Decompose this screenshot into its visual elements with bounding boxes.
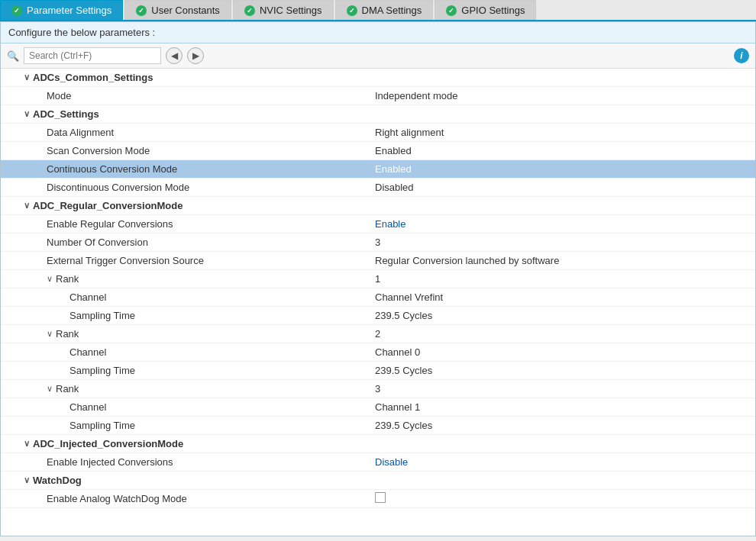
tab-check-icon-nvic [244, 5, 255, 16]
row-mode[interactable]: Mode Independent mode [1, 87, 755, 105]
collapse-adc-regular[interactable]: ∨ [24, 201, 30, 211]
label-enable-injected: Enable Injected Conversions [47, 456, 173, 468]
label-number-of-conversion: Number Of Conversion [47, 237, 148, 248]
section-adcs-common[interactable]: ∨ ADCs_Common_Settings [1, 69, 755, 87]
value-rank2-sampling: 239.5 Cycles [367, 365, 755, 376]
value-data-alignment: Right alignment [367, 127, 755, 138]
section-adc-injected[interactable]: ∨ ADC_Injected_ConversionMode [1, 435, 755, 453]
section-label-adc-settings: ADC_Settings [33, 108, 99, 120]
search-icon: 🔍 [7, 50, 19, 62]
tab-nvic-settings[interactable]: NVIC Settings [233, 0, 334, 20]
label-rank1-channel: Channel [69, 291, 106, 303]
label-data-alignment: Data Alignment [47, 127, 114, 138]
row-data-alignment[interactable]: Data Alignment Right alignment [1, 124, 755, 142]
value-rank-2: 2 [367, 328, 755, 340]
value-rank1-sampling: 239.5 Cycles [367, 310, 755, 321]
label-continuous-conversion: Continuous Conversion Mode [47, 163, 177, 175]
value-rank3-sampling: 239.5 Cycles [367, 420, 755, 431]
row-rank3-channel[interactable]: Channel Channel 1 [1, 398, 755, 417]
nav-prev-button[interactable]: ◀ [166, 47, 183, 64]
collapse-watchdog[interactable]: ∨ [24, 475, 30, 485]
watchdog-checkbox[interactable] [375, 492, 386, 503]
value-rank2-channel: Channel 0 [367, 346, 755, 358]
tab-label-nvic: NVIC Settings [260, 5, 322, 16]
label-mode: Mode [47, 90, 72, 101]
value-rank-1: 1 [367, 273, 755, 285]
configure-label: Configure the below parameters : [8, 27, 155, 38]
label-rank2-channel: Channel [69, 346, 106, 358]
row-rank1-channel[interactable]: Channel Channel Vrefint [1, 288, 755, 307]
collapse-adc-settings[interactable]: ∨ [24, 109, 30, 119]
row-rank3-sampling[interactable]: Sampling Time 239.5 Cycles [1, 417, 755, 435]
row-rank1-sampling[interactable]: Sampling Time 239.5 Cycles [1, 307, 755, 325]
section-watchdog[interactable]: ∨ WatchDog [1, 472, 755, 490]
row-external-trigger[interactable]: External Trigger Conversion Source Regul… [1, 252, 755, 270]
label-enable-regular: Enable Regular Conversions [47, 218, 173, 230]
row-rank2-sampling[interactable]: Sampling Time 239.5 Cycles [1, 362, 755, 380]
value-enable-analog-watchdog [367, 492, 755, 505]
label-rank3-sampling: Sampling Time [69, 420, 135, 431]
label-discontinuous-conversion: Discontinuous Conversion Mode [47, 182, 189, 193]
row-number-of-conversion[interactable]: Number Of Conversion 3 [1, 233, 755, 252]
rank-2-header[interactable]: ∨ Rank 2 [1, 325, 755, 343]
tab-label-parameter: Parameter Settings [27, 5, 111, 16]
value-rank-3: 3 [367, 383, 755, 394]
tab-gpio-settings[interactable]: GPIO Settings [435, 0, 536, 20]
search-bar: 🔍 ◀ ▶ i [1, 43, 755, 69]
collapse-adcs-common[interactable]: ∨ [24, 72, 30, 82]
value-mode: Independent mode [367, 90, 755, 101]
row-scan-conversion[interactable]: Scan Conversion Mode Enabled [1, 142, 755, 160]
search-input[interactable] [24, 47, 161, 64]
row-rank2-channel[interactable]: Channel Channel 0 [1, 343, 755, 362]
info-icon[interactable]: i [734, 48, 749, 63]
collapse-adc-injected[interactable]: ∨ [24, 439, 30, 449]
label-rank3-channel: Channel [69, 401, 106, 413]
row-enable-regular[interactable]: Enable Regular Conversions Enable [1, 215, 755, 233]
label-enable-analog-watchdog: Enable Analog WatchDog Mode [47, 493, 187, 504]
value-discontinuous-conversion: Disabled [367, 182, 755, 193]
tab-label-dma: DMA Settings [362, 5, 422, 16]
value-scan-conversion: Enabled [367, 145, 755, 156]
row-continuous-conversion[interactable]: Continuous Conversion Mode Enabled [1, 160, 755, 179]
collapse-rank-1[interactable]: ∨ [47, 274, 53, 284]
tab-check-icon-parameter [11, 5, 22, 16]
label-rank-1: Rank [56, 273, 79, 285]
section-label-adcs-common: ADCs_Common_Settings [33, 72, 153, 83]
configure-bar: Configure the below parameters : [1, 22, 755, 43]
label-scan-conversion: Scan Conversion Mode [47, 145, 150, 156]
section-label-adc-regular: ADC_Regular_ConversionMode [33, 200, 183, 211]
section-label-adc-injected: ADC_Injected_ConversionMode [33, 438, 183, 449]
row-discontinuous-conversion[interactable]: Discontinuous Conversion Mode Disabled [1, 179, 755, 197]
value-enable-regular: Enable [367, 218, 755, 230]
value-number-of-conversion: 3 [367, 237, 755, 248]
section-label-watchdog: WatchDog [33, 475, 82, 486]
rank-1-header[interactable]: ∨ Rank 1 [1, 270, 755, 288]
row-enable-injected[interactable]: Enable Injected Conversions Disable [1, 453, 755, 472]
label-rank2-sampling: Sampling Time [69, 365, 135, 376]
tab-check-icon-gpio [446, 5, 457, 16]
tab-parameter-settings[interactable]: Parameter Settings [0, 0, 123, 20]
tab-check-icon-user [136, 5, 147, 16]
label-rank-3: Rank [56, 383, 79, 394]
tab-check-icon-dma [347, 5, 357, 16]
label-rank1-sampling: Sampling Time [69, 310, 135, 321]
nav-next-button[interactable]: ▶ [187, 47, 204, 64]
value-rank3-channel: Channel 1 [367, 401, 755, 413]
tab-dma-settings[interactable]: DMA Settings [335, 0, 434, 20]
rank-3-header[interactable]: ∨ Rank 3 [1, 380, 755, 398]
label-external-trigger: External Trigger Conversion Source [47, 255, 204, 266]
tab-label-gpio: GPIO Settings [461, 5, 525, 16]
collapse-rank-2[interactable]: ∨ [47, 329, 53, 339]
section-adc-settings[interactable]: ∨ ADC_Settings [1, 105, 755, 124]
collapse-rank-3[interactable]: ∨ [47, 384, 53, 394]
tree-content: ∨ ADCs_Common_Settings Mode Independent … [1, 69, 755, 536]
value-enable-injected: Disable [367, 456, 755, 468]
value-rank1-channel: Channel Vrefint [367, 291, 755, 303]
tab-bar: Parameter Settings User Constants NVIC S… [0, 0, 756, 21]
tab-user-constants[interactable]: User Constants [124, 0, 231, 20]
label-rank-2: Rank [56, 328, 79, 340]
value-external-trigger: Regular Conversion launched by software [367, 255, 755, 266]
row-enable-analog-watchdog[interactable]: Enable Analog WatchDog Mode [1, 490, 755, 508]
section-adc-regular[interactable]: ∨ ADC_Regular_ConversionMode [1, 197, 755, 215]
tab-label-user: User Constants [151, 5, 220, 16]
